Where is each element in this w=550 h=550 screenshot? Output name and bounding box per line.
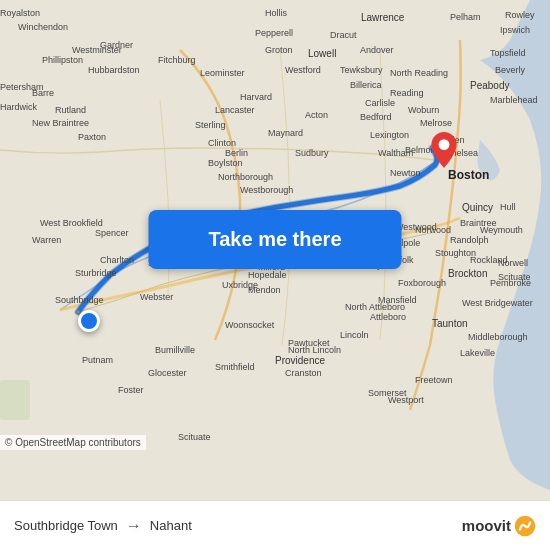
moovit-icon [514,515,536,537]
map-container: LawrenceNorth ReadingReadingHollisPelham… [0,0,550,500]
map-attribution: © OpenStreetMap contributors [0,435,146,450]
take-me-there-button[interactable]: Take me there [148,210,401,269]
route-direction-arrow: → [126,517,142,535]
moovit-text: moovit [462,517,511,534]
route-info: Southbridge Town → Nahant [14,517,192,535]
origin-marker [78,310,100,332]
moovit-logo: moovit [462,515,536,537]
destination-label: Nahant [150,518,192,533]
destination-marker [430,132,458,172]
svg-rect-1 [0,380,30,420]
bottom-bar: Southbridge Town → Nahant moovit [0,500,550,550]
origin-label: Southbridge Town [14,518,118,533]
svg-point-4 [439,139,450,150]
